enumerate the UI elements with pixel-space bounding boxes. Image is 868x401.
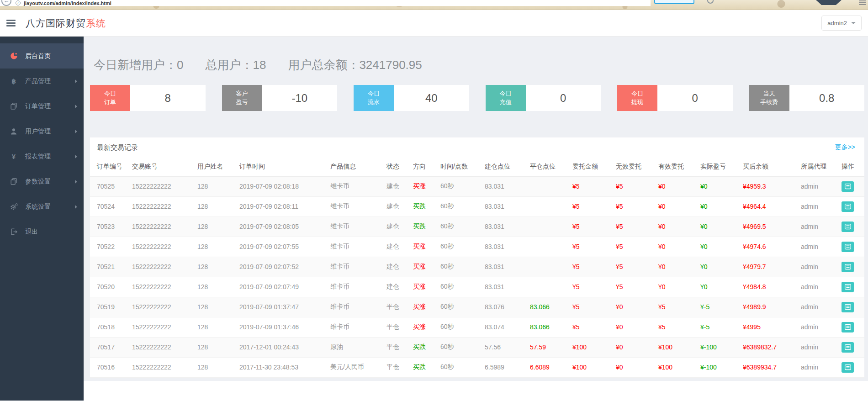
cell-close: 57.59 bbox=[530, 337, 572, 357]
cell-name: 128 bbox=[197, 277, 239, 297]
table-row: 70518152222222221282019-07-09 01:37:46维卡… bbox=[90, 317, 864, 337]
browser-address-bar[interactable]: i jiayoutv.com/admin/index/index.html bbox=[0, 0, 651, 6]
bitcoin-icon: ฿ bbox=[10, 77, 19, 85]
cell-time: 2019-07-09 02:07:55 bbox=[239, 237, 330, 257]
cell-open: 57.56 bbox=[485, 337, 530, 357]
table-row: 70522152222222221282019-07-09 02:07:55维卡… bbox=[90, 237, 864, 257]
cell-balance: ¥4989.9 bbox=[743, 297, 801, 317]
cell-status: 建仓 bbox=[386, 216, 413, 237]
view-button[interactable] bbox=[842, 362, 854, 373]
detail-icon bbox=[844, 324, 852, 330]
table-row: 70520152222222221282019-07-09 02:07:49维卡… bbox=[90, 277, 864, 297]
cell-op bbox=[842, 216, 864, 237]
cell-status: 平仓 bbox=[386, 357, 413, 377]
stat-total-users: 总用户：18 bbox=[205, 57, 266, 73]
chevron-right-icon bbox=[75, 130, 77, 133]
info-icon[interactable]: i bbox=[16, 0, 21, 5]
cell-product: 维卡币 bbox=[330, 257, 386, 277]
cell-product: 原油 bbox=[330, 337, 386, 357]
cell-op bbox=[842, 357, 864, 377]
cell-name: 128 bbox=[197, 176, 239, 196]
column-header-14: 买后余额 bbox=[743, 158, 801, 176]
cell-profit: ¥0 bbox=[700, 237, 743, 257]
stat-total-balance: 用户总余额：3241790.95 bbox=[288, 57, 422, 73]
view-button[interactable] bbox=[842, 181, 854, 192]
view-button[interactable] bbox=[842, 322, 854, 332]
cell-status: 建仓 bbox=[386, 196, 413, 216]
cell-agent: admin bbox=[801, 237, 842, 257]
column-header-8: 建仓点位 bbox=[485, 158, 530, 176]
detail-icon bbox=[844, 203, 852, 210]
column-header-9: 平仓点位 bbox=[530, 158, 572, 176]
transactions-table: 订单编号交易账号用户姓名订单时间产品信息状态方向时间/点数建仓点位平仓点位委托金… bbox=[90, 158, 864, 378]
cell-balance: ¥6389832.7 bbox=[743, 337, 801, 357]
sidebar-item-orders[interactable]: 订单管理 bbox=[0, 94, 84, 119]
table-row: 70523152222222221282019-07-09 02:08:05维卡… bbox=[90, 216, 864, 237]
cell-name: 128 bbox=[197, 257, 239, 277]
cell-balance: ¥6389934.7 bbox=[743, 357, 801, 377]
cell-product: 美元/人民币 bbox=[330, 357, 386, 377]
column-header-4: 产品信息 bbox=[330, 158, 386, 176]
view-button[interactable] bbox=[842, 262, 854, 272]
refresh-icon[interactable] bbox=[707, 0, 714, 4]
url-text[interactable]: jiayoutv.com/admin/index/index.html bbox=[24, 0, 111, 6]
cell-duration: 60秒 bbox=[440, 277, 485, 297]
browser-menu-icon[interactable] bbox=[859, 0, 866, 6]
cell-account: 15222222222 bbox=[132, 216, 197, 237]
view-button[interactable] bbox=[842, 222, 854, 232]
cell-direction: 买跌 bbox=[413, 337, 440, 357]
sidebar-item-label: 报表管理 bbox=[25, 153, 51, 161]
cell-time: 2019-07-09 02:07:49 bbox=[239, 277, 330, 297]
sidebar-item-reports[interactable]: ¥报表管理 bbox=[0, 144, 84, 169]
cell-id: 70520 bbox=[90, 277, 132, 297]
sidebar-item-system[interactable]: 系统设置 bbox=[0, 194, 84, 219]
cell-open: 6.5989 bbox=[485, 357, 530, 377]
table-row: 70521152222222221282019-07-09 02:07:52维卡… bbox=[90, 257, 864, 277]
cell-op bbox=[842, 196, 864, 216]
view-button[interactable] bbox=[842, 282, 854, 292]
sidebar-item-products[interactable]: ฿产品管理 bbox=[0, 69, 84, 94]
column-header-5: 状态 bbox=[386, 158, 413, 176]
cell-invalid: ¥5 bbox=[616, 176, 658, 196]
cell-valid: ¥0 bbox=[658, 196, 700, 216]
cell-open: 83.031 bbox=[485, 237, 530, 257]
column-header-10: 委托金额 bbox=[572, 158, 616, 176]
cell-entrust: ¥5 bbox=[572, 237, 616, 257]
sidebar-item-params[interactable]: 参数设置 bbox=[0, 169, 84, 194]
screen: i jiayoutv.com/admin/index/index.html ← … bbox=[0, 0, 868, 401]
card-label: 今日流水 bbox=[354, 85, 394, 111]
hamburger-menu-icon[interactable] bbox=[6, 18, 16, 28]
card-label: 当天手续费 bbox=[749, 85, 789, 111]
cell-entrust: ¥5 bbox=[572, 216, 616, 237]
stat-value: 0 bbox=[177, 58, 183, 72]
cell-status: 建仓 bbox=[386, 176, 413, 196]
detail-icon bbox=[844, 243, 852, 250]
sidebar-item-label: 参数设置 bbox=[25, 178, 51, 186]
sidebar-item-users[interactable]: 用户管理 bbox=[0, 119, 84, 144]
cell-time: 2017-11-30 23:48:53 bbox=[239, 357, 330, 377]
user-menu[interactable]: admin2 bbox=[821, 16, 862, 31]
cell-id: 70517 bbox=[90, 337, 132, 357]
view-button[interactable] bbox=[842, 242, 854, 252]
view-button[interactable] bbox=[842, 302, 854, 312]
more-link[interactable]: 更多>> bbox=[835, 143, 855, 152]
view-button[interactable] bbox=[842, 342, 854, 353]
cell-direction: 买涨 bbox=[413, 257, 440, 277]
table-row: 70524152222222221282019-07-09 02:08:11维卡… bbox=[90, 196, 864, 216]
title-accent: 系统 bbox=[86, 18, 106, 28]
cell-agent: admin bbox=[801, 337, 842, 357]
card-label-line1: 今日 bbox=[368, 90, 380, 98]
card-label-line1: 今日 bbox=[104, 90, 116, 98]
sidebar-item-logout[interactable]: 退出 bbox=[0, 219, 84, 244]
stat-card-today-orders: 今日订单8 bbox=[90, 85, 206, 111]
cell-direction: 买涨 bbox=[413, 297, 440, 317]
view-button[interactable] bbox=[842, 201, 854, 212]
cell-invalid: ¥5 bbox=[616, 277, 658, 297]
cell-product: 维卡币 bbox=[330, 196, 386, 216]
detail-icon bbox=[844, 264, 852, 270]
stat-card-today-flow: 今日流水40 bbox=[354, 85, 469, 111]
stat-new-users: 今日新增用户：0 bbox=[94, 57, 183, 73]
sidebar-item-home[interactable]: 后台首页 bbox=[0, 43, 84, 69]
card-label-line2: 手续费 bbox=[760, 98, 778, 106]
cell-valid: ¥100 bbox=[658, 337, 700, 357]
